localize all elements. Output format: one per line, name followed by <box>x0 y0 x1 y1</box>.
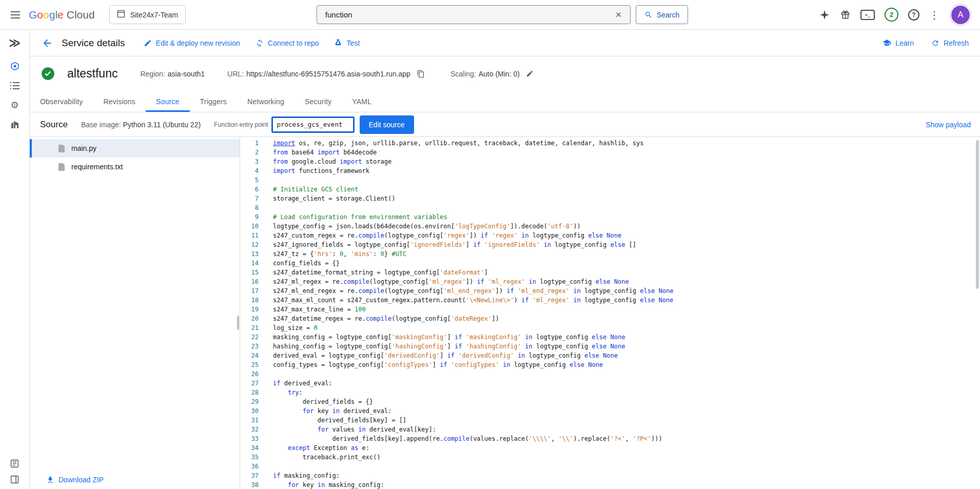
help-icon[interactable]: ? <box>908 9 919 21</box>
file-item[interactable]: requirements.txt <box>30 158 240 176</box>
test-button[interactable]: Test <box>334 39 360 47</box>
tab-networking[interactable]: Networking <box>237 91 295 112</box>
code-line <box>273 203 980 212</box>
side-panel-icon[interactable] <box>10 475 19 484</box>
release-notes-icon[interactable] <box>10 459 19 468</box>
cloud-run-logo: ≫ <box>0 30 29 56</box>
nav-services-icon[interactable] <box>4 57 26 75</box>
file-item[interactable]: main.py <box>30 139 240 158</box>
notification-badge[interactable]: 2 <box>885 8 898 22</box>
nav-jobs-icon[interactable] <box>4 76 26 95</box>
sync-icon <box>256 39 264 47</box>
tab-security[interactable]: Security <box>295 91 342 112</box>
code-line: storage_client = storage.Client() <box>273 194 980 203</box>
download-zip-button[interactable]: Download ZIP <box>46 476 104 484</box>
tab-revisions[interactable]: Revisions <box>93 91 146 112</box>
line-number: 6 <box>240 185 259 194</box>
search-field[interactable]: ✕ <box>317 5 631 24</box>
clear-search-icon[interactable]: ✕ <box>613 9 624 21</box>
edit-scaling-button[interactable] <box>526 70 534 77</box>
line-number: 5 <box>240 175 259 185</box>
header-right: Learn Refresh <box>865 38 969 47</box>
line-number: 11 <box>240 231 259 240</box>
menu-button[interactable] <box>5 5 26 25</box>
line-number: 27 <box>240 379 259 388</box>
project-picker[interactable]: Site24x7-Team <box>109 5 186 24</box>
status-ok-icon <box>41 67 55 81</box>
line-number: 37 <box>240 471 259 480</box>
file-name: main.py <box>71 144 96 152</box>
line-number: 25 <box>240 360 259 369</box>
tab-yaml[interactable]: YAML <box>342 91 382 112</box>
file-name: requirements.txt <box>71 163 123 171</box>
show-payload-link[interactable]: Show payload <box>926 121 971 129</box>
google-logo-word: Google <box>29 9 64 21</box>
avatar[interactable]: A <box>951 6 970 24</box>
copy-url-button[interactable] <box>417 70 425 78</box>
line-number: 17 <box>240 286 259 296</box>
code-line <box>273 369 980 379</box>
search-button[interactable]: Search <box>636 5 688 24</box>
code-line: masking_config = logtype_config['masking… <box>273 332 980 342</box>
refresh-button[interactable]: Refresh <box>931 39 969 47</box>
tab-triggers[interactable]: Triggers <box>190 91 237 112</box>
code-line: import functions_framework <box>273 166 980 175</box>
code-line: hashing_config = logtype_config['hashing… <box>273 342 980 351</box>
code-line: derived_eval = logtype_config['derivedCo… <box>273 351 980 360</box>
code-line: s247_datetime_regex = re.compile(logtype… <box>273 314 980 323</box>
service-details-header: Service details Edit & deploy new revisi… <box>30 30 980 56</box>
url-meta: URL: https://altestfunc-69515751476.asia… <box>227 70 410 78</box>
google-cloud-logo[interactable]: Google Cloud <box>29 9 95 21</box>
nav-domains-icon[interactable] <box>4 115 26 134</box>
refresh-label: Refresh <box>944 39 969 47</box>
line-number: 13 <box>240 249 259 259</box>
cloud-shell-icon[interactable]: >_ <box>860 10 875 20</box>
gemini-sparkle-icon[interactable] <box>819 9 830 21</box>
region-meta: Region: asia-south1 <box>140 70 205 78</box>
test-flask-icon <box>334 39 342 47</box>
content-column: Service details Edit & deploy new revisi… <box>30 30 980 489</box>
entry-point-input[interactable] <box>271 116 355 133</box>
line-number: 12 <box>240 240 259 249</box>
tabs: ObservabilityRevisionsSourceTriggersNetw… <box>30 91 980 112</box>
url-value: https://altestfunc-69515751476.asia-sout… <box>246 70 410 78</box>
code-line: logtype_config = json.loads(b64decode(os… <box>273 222 980 231</box>
edit-deploy-button[interactable]: Edit & deploy new revision <box>144 39 240 47</box>
nav-settings-icon[interactable]: ⚙ <box>4 96 26 114</box>
code-editor[interactable]: 1234567891011121314151617181920212223242… <box>240 137 980 489</box>
search-input[interactable] <box>325 10 613 19</box>
line-number: 31 <box>240 416 259 425</box>
file-panel-scrollbar[interactable] <box>237 316 239 330</box>
tab-source[interactable]: Source <box>146 91 190 112</box>
tab-observability[interactable]: Observability <box>30 91 93 112</box>
base-image-value: Python 3.11 (Ubuntu 22) <box>123 121 201 129</box>
line-number: 23 <box>240 342 259 351</box>
download-zip-label: Download ZIP <box>58 476 104 484</box>
copy-icon <box>417 70 425 78</box>
pencil-icon <box>144 39 152 47</box>
page-title: Service details <box>62 37 125 49</box>
workspace: main.pyrequirements.txt Download ZIP 123… <box>30 137 980 489</box>
gift-icon[interactable] <box>840 9 851 20</box>
code-line: for key in derived_eval: <box>273 406 980 416</box>
line-number: 38 <box>240 480 259 489</box>
rail-bottom-icons <box>10 459 19 489</box>
line-number: 16 <box>240 277 259 286</box>
line-number: 10 <box>240 222 259 231</box>
learn-button[interactable]: Learn <box>883 38 914 47</box>
code-lines[interactable]: import os, re, gzip, json, urllib.parse,… <box>262 139 980 489</box>
file-icon <box>58 163 65 171</box>
edit-source-button[interactable]: Edit source <box>360 115 414 134</box>
more-options-icon[interactable]: ⋮ <box>929 10 939 20</box>
line-numbers: 1234567891011121314151617181920212223242… <box>240 139 262 489</box>
connect-repo-button[interactable]: Connect to repo <box>256 39 319 47</box>
editor-scrollbar[interactable] <box>976 140 979 289</box>
search-button-label: Search <box>657 11 679 19</box>
learn-label: Learn <box>895 39 914 47</box>
line-number: 30 <box>240 406 259 416</box>
code-line: for values in derived_eval[key]: <box>273 425 980 434</box>
code-line <box>273 175 980 185</box>
code-line: for key in masking_config: <box>273 480 980 489</box>
code-line: s247_max_trace_line = 100 <box>273 305 980 314</box>
back-button[interactable] <box>38 34 56 52</box>
